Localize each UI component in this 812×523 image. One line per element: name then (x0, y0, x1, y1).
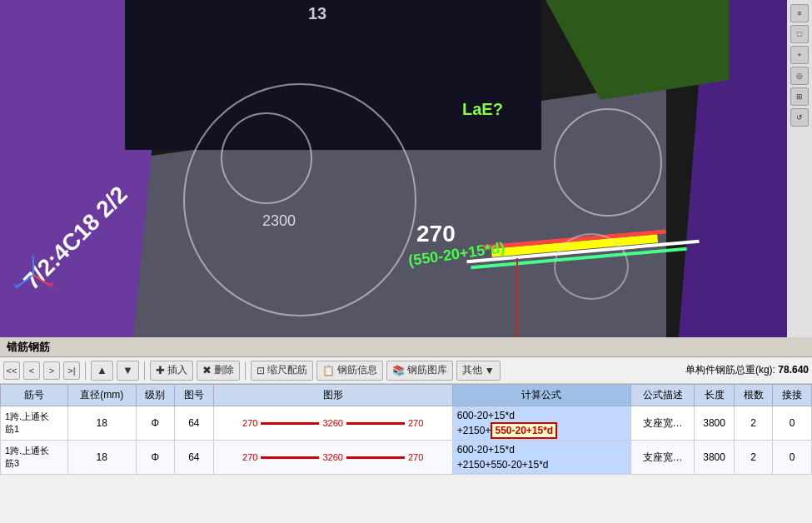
cell-desc-1: 支座宽… (630, 406, 695, 441)
3d-viewport: 13 2300 270 LaE? (550-20+15*d) 7/2:4C18 … (0, 0, 812, 337)
panel-title: 错筋钢筋 (7, 340, 50, 355)
toolbar-row: << < > >| ▲ ▼ ✚插入 ✖删除 ⊡缩尺配筋 📋钢筋信息 📚钢筋图库 … (0, 357, 812, 384)
cell-diam-1: 18 (67, 406, 136, 441)
rebar-table: 筋号 直径(mm) 级别 图号 图形 计算公式 公式描述 长度 根数 接接 1跨… (0, 384, 812, 475)
cell-id-1: 1跨.上通长筋1 (1, 406, 68, 441)
bottom-panel: 错筋钢筋 << < > >| ▲ ▼ ✚插入 ✖删除 ⊡缩尺配筋 📋钢筋信息 📚… (0, 337, 812, 523)
toolbar-btn-6[interactable]: ↺ (790, 108, 809, 127)
toolbar-btn-2[interactable]: □ (790, 25, 809, 43)
circle-annotation-bottom (554, 233, 629, 300)
col-header-shape: 图号 (175, 385, 214, 406)
cell-diam-2: 18 (67, 441, 136, 475)
toolbar-btn-5[interactable]: ⊞ (790, 87, 809, 106)
weight-label: 单构件钢筋总重(kg): 78.640 (685, 363, 809, 377)
cell-length-2: 3800 (695, 441, 734, 475)
scale-rebar-button[interactable]: ⊡缩尺配筋 (251, 361, 313, 381)
cell-join-1: 0 (773, 406, 812, 441)
svg-text:Z: Z (31, 254, 36, 259)
cell-id-2: 1跨.上通长筋3 (1, 441, 68, 475)
separator-1 (85, 361, 86, 380)
col-header-desc: 公式描述 (630, 385, 695, 406)
cell-formula-1: 600-20+15*d +2150+550-20+15*d (452, 406, 630, 441)
nav-last-button[interactable]: >| (63, 361, 80, 380)
col-header-grade: 级别 (136, 385, 175, 406)
col-header-length: 长度 (695, 385, 734, 406)
separator-2 (144, 361, 145, 380)
cell-figure-1: 270 3260 270 (213, 406, 452, 441)
cell-shape-num-2: 64 (175, 441, 214, 475)
circle-annotation-right (554, 108, 662, 217)
label-2300: 2300 (262, 212, 296, 230)
cell-figure-2: 270 3260 270 (213, 441, 452, 475)
col-header-formula: 计算公式 (452, 385, 630, 406)
insert-button[interactable]: ✚插入 (150, 361, 193, 381)
label-lae: LaE? (462, 100, 503, 119)
col-header-id: 筋号 (1, 385, 68, 406)
cell-grade-1: Φ (136, 406, 175, 441)
delete-button[interactable]: ✖删除 (197, 361, 240, 381)
red-arrow (516, 258, 518, 337)
cell-count-1: 2 (734, 406, 773, 441)
toolbar-btn-3[interactable]: + (790, 46, 809, 64)
label-270: 270 (416, 221, 456, 247)
toolbar-btn-1[interactable]: ≡ (790, 4, 809, 22)
cell-grade-2: Φ (136, 441, 175, 475)
nav-next-button[interactable]: > (43, 361, 60, 380)
table-row: 1跨.上通长筋1 18 Φ 64 270 3260 270 600-20+15*… (1, 406, 812, 441)
right-toolbar: ≡ □ + ◎ ⊞ ↺ (787, 0, 812, 337)
svg-text:X: X (49, 281, 54, 289)
cell-formula-2: 600-20+15*d +2150+550-20+15*d (452, 441, 630, 475)
cell-join-2: 0 (773, 441, 812, 475)
cell-count-2: 2 (734, 441, 773, 475)
col-header-join: 接接 (773, 385, 812, 406)
download-button[interactable]: ▼ (117, 361, 139, 381)
col-header-figure: 图形 (213, 385, 452, 406)
circle-annotation-small (221, 112, 312, 204)
cell-desc-2: 支座宽… (630, 441, 695, 475)
col-header-count: 根数 (734, 385, 773, 406)
circle-annotation-large (183, 83, 416, 316)
table-row: 1跨.上通长筋3 18 Φ 64 270 3260 270 600-20+15*… (1, 441, 812, 475)
upload-button[interactable]: ▲ (91, 361, 113, 381)
panel-title-bar: 错筋钢筋 (0, 337, 812, 357)
cell-shape-num-1: 64 (175, 406, 214, 441)
rebar-library-button[interactable]: 📚钢筋图库 (386, 361, 453, 381)
toolbar-btn-4[interactable]: ◎ (790, 67, 809, 85)
rebar-info-button[interactable]: 📋钢筋信息 (316, 361, 383, 381)
separator-3 (245, 361, 246, 380)
other-button[interactable]: 其他▼ (456, 361, 501, 381)
svg-text:Y: Y (13, 282, 18, 291)
label-13: 13 (308, 4, 326, 23)
nav-first-button[interactable]: << (3, 361, 20, 380)
svg-line-1 (17, 275, 33, 287)
nav-prev-button[interactable]: < (23, 361, 40, 380)
axis-indicator: Z Y X (12, 254, 46, 287)
col-header-diam: 直径(mm) (67, 385, 136, 406)
cell-length-1: 3800 (695, 406, 734, 441)
svg-line-2 (33, 275, 50, 286)
